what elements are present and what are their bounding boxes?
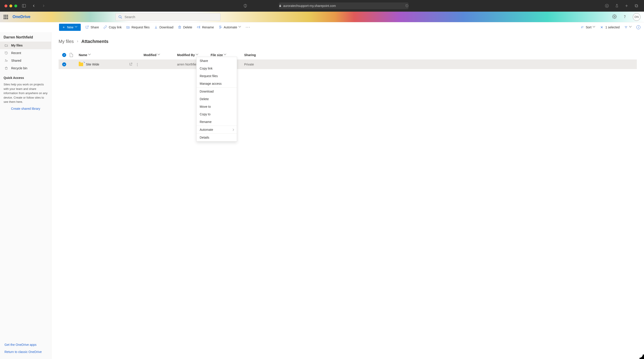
select-all-checkbox[interactable] — [62, 53, 66, 57]
new-button[interactable]: New — [59, 24, 81, 31]
svg-point-12 — [614, 16, 615, 17]
sort-label: Sort — [586, 26, 592, 29]
search-icon — [118, 15, 122, 19]
share-button[interactable]: Share — [85, 25, 99, 29]
automate-button[interactable]: Automate — [218, 25, 241, 29]
downloads-icon[interactable] — [604, 3, 610, 9]
window-zoom-button[interactable] — [14, 4, 17, 8]
breadcrumb-parent[interactable]: My files — [58, 39, 74, 44]
get-onedrive-apps-link[interactable]: Get the OneDrive apps — [0, 341, 51, 348]
privacy-shield-icon[interactable] — [242, 3, 248, 9]
sidebar: Darren Northfield My files Recent Shared… — [0, 32, 52, 359]
svg-rect-8 — [636, 5, 638, 7]
browser-titlebar: auroratechsupport-my.sharepoint.com — [0, 0, 644, 12]
ctx-copy-link[interactable]: Copy link — [196, 64, 237, 72]
sidebar-item-recent[interactable]: Recent — [0, 49, 51, 57]
sidebar-item-label: Recycle bin — [11, 66, 27, 70]
item-name[interactable]: Site Wide — [86, 62, 99, 66]
sort-button[interactable]: Sort — [580, 25, 596, 29]
window-close-button[interactable] — [4, 4, 8, 8]
new-button-label: New — [67, 26, 73, 29]
copy-link-button[interactable]: Copy link — [103, 25, 122, 29]
sidebar-item-label: Recent — [11, 51, 21, 55]
file-table: Name Modified Modified By File size Shar… — [58, 50, 637, 69]
ctx-automate[interactable]: Automate — [196, 126, 237, 134]
svg-rect-9 — [635, 4, 637, 7]
rename-button[interactable]: Rename — [197, 25, 214, 29]
forward-button[interactable] — [40, 3, 47, 9]
delete-label: Delete — [183, 26, 192, 29]
selection-summary[interactable]: 1 selected — [600, 26, 620, 29]
svg-rect-0 — [22, 4, 26, 7]
download-button[interactable]: Download — [154, 25, 173, 29]
column-modified-by[interactable]: Modified By — [177, 53, 211, 57]
return-classic-link[interactable]: Return to classic OneDrive — [0, 348, 51, 356]
ctx-rename[interactable]: Rename — [196, 118, 237, 126]
sidebar-item-label: Shared — [11, 59, 21, 62]
ctx-download[interactable]: Download — [196, 88, 237, 95]
quick-access-heading: Quick Access — [0, 72, 51, 81]
svg-point-10 — [119, 16, 121, 18]
tabs-overview-icon[interactable] — [633, 3, 640, 9]
column-sharing[interactable]: Sharing — [244, 53, 289, 57]
sidebar-item-recycle-bin[interactable]: Recycle bin — [0, 64, 51, 72]
chevron-right-icon — [232, 129, 234, 130]
ctx-delete[interactable]: Delete — [196, 95, 237, 103]
address-bar[interactable]: auroratechsupport-my.sharepoint.com — [279, 2, 408, 9]
shortcut-badge-icon: ↘ — [83, 61, 85, 63]
rename-label: Rename — [202, 26, 214, 29]
breadcrumb-current: Attachments — [82, 39, 108, 44]
breadcrumb: My files Attachments — [58, 39, 637, 44]
copy-link-label: Copy link — [109, 26, 122, 29]
ctx-copy-to[interactable]: Copy to — [196, 110, 237, 118]
settings-icon[interactable] — [612, 14, 617, 20]
ctx-details[interactable]: Details — [196, 134, 237, 141]
window-minimize-button[interactable] — [10, 4, 12, 8]
ctx-share[interactable]: Share — [196, 57, 237, 64]
search-box[interactable] — [116, 13, 220, 21]
share-icon[interactable] — [614, 3, 620, 9]
ctx-request-files[interactable]: Request files — [196, 72, 237, 80]
app-header: OneDrive DN — [0, 12, 644, 22]
sidebar-item-my-files[interactable]: My files — [0, 42, 51, 49]
brand-label[interactable]: OneDrive — [12, 14, 30, 19]
request-files-button[interactable]: Request files — [126, 25, 150, 29]
ctx-manage-access[interactable]: Manage access — [196, 80, 237, 88]
details-pane-toggle[interactable]: i — [636, 25, 640, 29]
column-name[interactable]: Name — [79, 53, 144, 57]
folder-icon — [79, 62, 83, 66]
new-tab-icon[interactable] — [624, 3, 630, 9]
selection-count: 1 selected — [605, 26, 620, 29]
sidebar-toggle-icon[interactable] — [21, 3, 27, 9]
column-modified[interactable]: Modified — [144, 53, 177, 57]
table-header: Name Modified Modified By File size Shar… — [58, 50, 637, 60]
more-commands-button[interactable]: ··· — [246, 25, 250, 30]
back-button[interactable] — [31, 3, 37, 9]
row-share-icon[interactable] — [129, 62, 132, 66]
column-type-icon[interactable] — [70, 53, 79, 57]
quick-access-text: Sites help you work on projects with you… — [0, 81, 51, 105]
address-url: auroratechsupport-my.sharepoint.com — [283, 4, 336, 8]
row-more-icon[interactable]: ⋯ — [135, 63, 140, 66]
row-checkbox[interactable] — [62, 62, 66, 66]
account-avatar[interactable]: DN — [633, 13, 640, 21]
reload-icon[interactable] — [406, 4, 408, 8]
column-file-size[interactable]: File size — [211, 53, 244, 57]
view-options-button[interactable] — [624, 25, 632, 29]
cell-sharing: Private — [244, 62, 289, 66]
ctx-move-to[interactable]: Move to — [196, 103, 237, 110]
delete-button[interactable]: Delete — [178, 25, 192, 29]
svg-point-33 — [6, 60, 8, 61]
help-icon[interactable] — [622, 14, 627, 20]
sidebar-item-label: My files — [11, 44, 22, 47]
create-shared-library-link[interactable]: Create shared library — [0, 105, 51, 112]
share-label: Share — [90, 26, 99, 29]
context-menu: Share Copy link Request files Manage acc… — [196, 57, 237, 142]
chevron-right-icon — [76, 39, 79, 44]
app-launcher-icon[interactable] — [4, 15, 8, 19]
automate-label: Automate — [224, 26, 237, 29]
search-input[interactable] — [124, 15, 218, 19]
table-row[interactable]: ↘ Site Wide ⋯ arren Northfield 0 items P… — [58, 60, 637, 69]
sidebar-item-shared[interactable]: Shared — [0, 57, 51, 64]
svg-rect-21 — [197, 26, 200, 28]
